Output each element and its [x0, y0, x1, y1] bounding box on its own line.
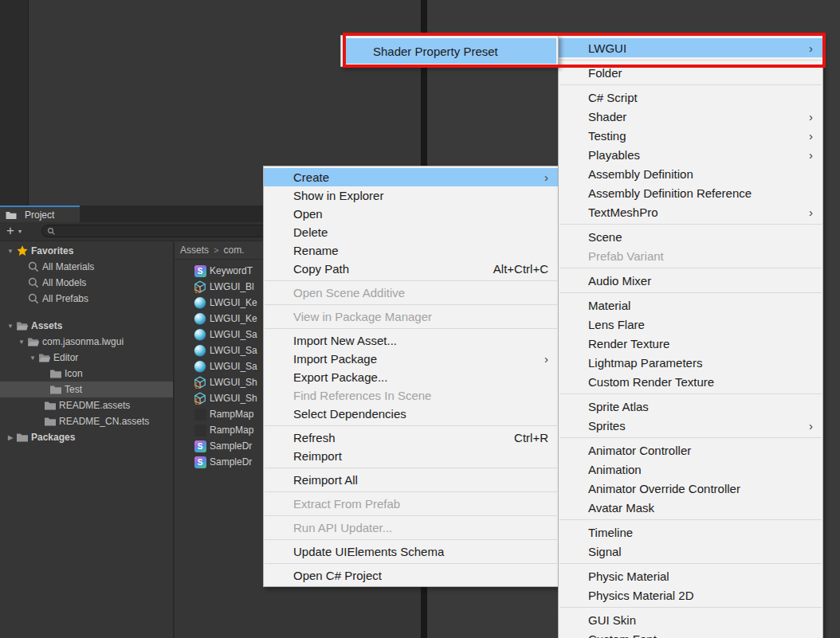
submenu-arrow-icon: › [809, 145, 813, 164]
breadcrumb-item[interactable]: com. [223, 245, 244, 256]
menu-item-folder[interactable]: Folder [559, 63, 822, 82]
tree-item-com-jasonma-lwgui[interactable]: ▼com.jasonma.lwgui [0, 334, 173, 350]
menu-item-render-texture[interactable]: Render Texture [559, 334, 822, 353]
menu-item-shader-property-preset[interactable]: Shader Property Preset [343, 38, 556, 64]
menu-item-audio-mixer[interactable]: Audio Mixer [559, 271, 822, 290]
tree-item-label: Icon [65, 368, 83, 379]
menu-item-lightmap-parameters[interactable]: Lightmap Parameters [559, 353, 822, 372]
menu-item-open-c-project[interactable]: Open C# Project [264, 566, 558, 585]
menu-item-refresh[interactable]: RefreshCtrl+R [264, 429, 558, 447]
tree-item-readme-assets[interactable]: README.assets [0, 397, 173, 413]
breadcrumb-item[interactable]: Assets [180, 245, 209, 256]
tree-item-all-materials[interactable]: All Materials [0, 259, 173, 275]
menu-item-label: Playables [588, 148, 640, 162]
expand-triangle-icon[interactable]: ▼ [5, 323, 16, 330]
file-name-label: SampleDr [210, 440, 252, 452]
menu-item-timeline[interactable]: Timeline [559, 523, 822, 542]
menu-item-assembly-definition-reference[interactable]: Assembly Definition Reference [559, 183, 822, 202]
menu-separator [265, 304, 557, 305]
tree-item-packages[interactable]: ▶Packages [0, 429, 173, 445]
menu-item-extract-from-prefab[interactable]: Extract From Prefab [264, 495, 558, 513]
search-icon [47, 227, 56, 236]
menu-separator [265, 491, 557, 492]
menu-separator [559, 607, 822, 608]
menu-item-sprite-atlas[interactable]: Sprite Atlas [559, 397, 822, 416]
menu-separator [559, 224, 822, 225]
tree-item-all-prefabs[interactable]: All Prefabs [0, 291, 173, 307]
expand-triangle-icon[interactable]: ▼ [16, 339, 27, 346]
menu-item-animation[interactable]: Animation [559, 460, 822, 479]
menu-separator [265, 328, 557, 329]
menu-item-physic-material[interactable]: Physic Material [559, 566, 822, 585]
menu-item-signal[interactable]: Signal [559, 542, 822, 561]
menu-separator [265, 425, 557, 426]
menu-item-label: Audio Mixer [588, 274, 651, 288]
menu-item-gui-skin[interactable]: GUI Skin [559, 610, 822, 629]
menu-item-rename[interactable]: Rename [264, 241, 558, 260]
texture-thumbnail [194, 425, 206, 436]
collapse-triangle-icon[interactable]: ▶ [5, 434, 16, 441]
menu-item-physics-material-2d[interactable]: Physics Material 2D [559, 585, 822, 605]
menu-item-update-uielements-schema[interactable]: Update UIElements Schema [264, 542, 558, 561]
menu-item-lwgui[interactable]: LWGUI› [559, 38, 822, 57]
breadcrumb-chevron-icon: > [214, 245, 218, 255]
menu-item-view-in-package-manager[interactable]: View in Package Manager [264, 307, 558, 326]
expand-triangle-icon[interactable]: ▼ [27, 354, 38, 362]
menu-item-open[interactable]: Open [264, 205, 558, 223]
context-menu: Create›Show in ExplorerOpenDeleteRenameC… [263, 166, 559, 587]
menu-item-lens-flare[interactable]: Lens Flare [559, 315, 822, 334]
script-icon: S [194, 264, 206, 277]
tree-item-editor[interactable]: ▼Editor [0, 350, 173, 366]
menu-item-scene[interactable]: Scene [559, 227, 822, 246]
menu-item-select-dependencies[interactable]: Select Dependencies [264, 405, 558, 423]
menu-item-run-api-updater[interactable]: Run API Updater... [264, 519, 558, 537]
menu-item-animator-override-controller[interactable]: Animator Override Controller [559, 479, 822, 498]
menu-item-label: Shader [588, 110, 626, 123]
menu-item-export-package[interactable]: Export Package... [264, 368, 558, 386]
menu-item-assembly-definition[interactable]: Assembly Definition [559, 164, 822, 183]
menu-item-delete[interactable]: Delete [264, 223, 558, 241]
menu-item-custom-render-texture[interactable]: Custom Render Texture [559, 372, 822, 391]
tree-item-icon[interactable]: Icon [0, 366, 173, 382]
menu-item-label: LWGUI [588, 41, 626, 55]
menu-item-label: Physic Material [588, 570, 669, 583]
create-asset-button[interactable]: + [3, 223, 18, 239]
menu-item-sprites[interactable]: Sprites› [559, 416, 822, 435]
submenu-arrow-icon: › [809, 38, 813, 57]
menu-separator [559, 393, 822, 394]
menu-item-label: Open Scene Additive [293, 286, 405, 299]
menu-item-c-script[interactable]: C# Script [559, 88, 822, 107]
menu-item-textmeshpro[interactable]: TextMeshPro› [559, 202, 822, 221]
tree-spacer [0, 307, 173, 318]
menu-item-playables[interactable]: Playables› [559, 145, 822, 164]
menu-item-label: Open C# Project [293, 569, 382, 582]
menu-item-avatar-mask[interactable]: Avatar Mask [559, 498, 822, 517]
menu-item-show-in-explorer[interactable]: Show in Explorer [264, 186, 558, 205]
menu-item-label: Extract From Prefab [293, 497, 400, 511]
menu-item-material[interactable]: Material [559, 296, 822, 315]
menu-item-open-scene-additive[interactable]: Open Scene Additive [264, 284, 558, 302]
expand-triangle-icon[interactable]: ▼ [5, 248, 16, 255]
tab-project[interactable]: Project [0, 205, 80, 222]
menu-item-create[interactable]: Create› [264, 168, 558, 186]
menu-item-reimport-all[interactable]: Reimport All [264, 471, 558, 489]
menu-item-reimport[interactable]: Reimport [264, 447, 558, 465]
menu-item-custom-font[interactable]: Custom Font [559, 629, 822, 638]
menu-item-shader[interactable]: Shader› [559, 107, 822, 126]
menu-item-testing[interactable]: Testing› [559, 126, 822, 145]
menu-item-copy-path[interactable]: Copy PathAlt+Ctrl+C [264, 260, 558, 278]
menu-item-find-references-in-scene[interactable]: Find References In Scene [264, 386, 558, 405]
tree-item-readme-cn-assets[interactable]: README_CN.assets [0, 413, 173, 429]
folder-icon [44, 415, 57, 428]
dropdown-caret-icon[interactable]: ▾ [18, 223, 28, 239]
search-icon [27, 276, 40, 289]
tree-item-assets[interactable]: ▼Assets [0, 318, 173, 334]
menu-item-import-package[interactable]: Import Package› [264, 350, 558, 368]
menu-item-animator-controller[interactable]: Animator Controller [559, 440, 822, 460]
tree-item-all-models[interactable]: All Models [0, 275, 173, 291]
menu-item-prefab-variant[interactable]: Prefab Variant [559, 246, 822, 265]
menu-item-import-new-asset[interactable]: Import New Asset... [264, 331, 558, 350]
tree-item-test[interactable]: Test [0, 382, 173, 397]
tree-item-favorites[interactable]: ▼Favorites [0, 243, 173, 259]
texture-dark-icon [194, 424, 206, 436]
